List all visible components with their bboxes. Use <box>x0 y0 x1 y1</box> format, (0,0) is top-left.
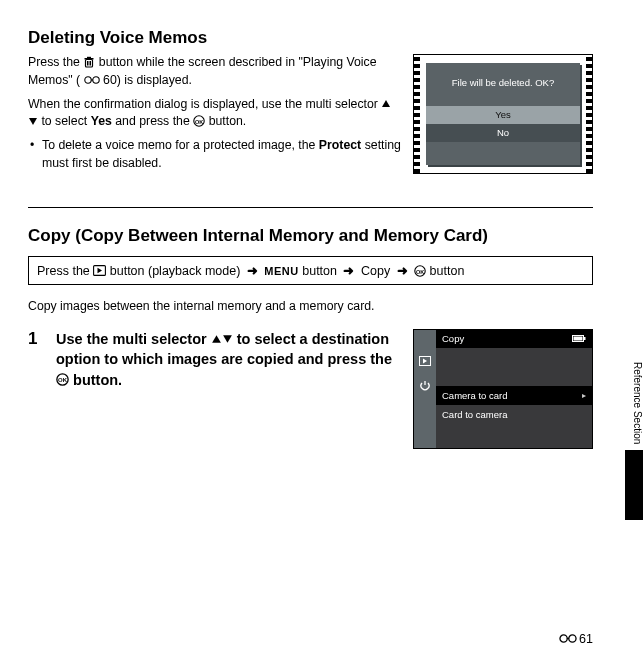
protect-word: Protect <box>319 138 361 152</box>
dialog-message: File will be deleted. OK? <box>426 63 580 106</box>
svg-point-6 <box>84 76 90 82</box>
svg-point-21 <box>569 634 576 641</box>
setup-tab-icon <box>419 378 431 390</box>
ref-icon <box>84 75 100 85</box>
svg-point-20 <box>560 634 567 641</box>
ok-icon: OK <box>56 373 69 386</box>
svg-rect-2 <box>87 57 91 59</box>
playback-icon <box>93 265 106 276</box>
play-tab-icon <box>419 352 431 364</box>
trash-icon <box>83 56 95 68</box>
menu-item-camera-to-card: Camera to card <box>442 386 507 405</box>
t: 60) is displayed. <box>103 73 192 87</box>
ok-icon: OK <box>414 265 426 277</box>
heading-deleting: Deleting Voice Memos <box>28 28 593 48</box>
t: To delete a voice memo for a protected i… <box>42 138 319 152</box>
t: Press the <box>37 264 93 278</box>
t: button. <box>73 372 122 388</box>
arrow-icon: ➜ <box>394 264 411 278</box>
yes-word: Yes <box>91 114 112 128</box>
arrow-icon: ➜ <box>340 264 357 278</box>
t: Press the <box>28 55 83 69</box>
t: to select <box>41 114 90 128</box>
svg-text:OK: OK <box>416 268 424 274</box>
copy-menu-screenshot: Copy Camera to card ▸ Card to camera <box>413 329 593 449</box>
menu-title: Copy <box>442 330 464 348</box>
svg-point-7 <box>92 76 98 82</box>
chevron-right-icon: ▸ <box>582 386 586 405</box>
up-icon <box>381 99 391 108</box>
battery-icon <box>572 330 586 348</box>
side-tab-block <box>625 450 643 520</box>
side-tab-label: Reference Section <box>623 280 643 450</box>
heading-copy: Copy (Copy Between Internal Memory and M… <box>28 226 593 246</box>
ref-icon <box>559 633 577 644</box>
section1-body: Press the button while the screen descri… <box>28 54 401 179</box>
side-tab: Reference Section <box>623 280 643 540</box>
up-icon <box>211 334 222 344</box>
t: button <box>302 264 340 278</box>
svg-text:OK: OK <box>195 119 203 125</box>
dialog-yes-button: Yes <box>426 106 580 124</box>
t: and press the <box>115 114 193 128</box>
copy-desc: Copy images between the internal memory … <box>28 299 593 313</box>
menu-item-card-to-camera: Card to camera <box>442 405 507 424</box>
menu-icon: MENU <box>264 265 298 277</box>
page-footer: 61 <box>559 632 593 646</box>
svg-rect-19 <box>574 336 583 340</box>
step-number: 1 <box>28 329 46 349</box>
down-icon <box>222 334 233 344</box>
t: button. <box>209 114 247 128</box>
delete-dialog-screenshot: File will be deleted. OK? Yes No <box>413 54 593 174</box>
page-number: 61 <box>579 632 593 646</box>
down-icon <box>28 117 38 126</box>
t: When the confirmation dialog is displaye… <box>28 97 381 111</box>
svg-text:OK: OK <box>58 377 68 383</box>
t: button (playback mode) <box>110 264 244 278</box>
svg-rect-18 <box>584 337 586 340</box>
divider <box>28 207 593 208</box>
t: Use the multi selector <box>56 331 211 347</box>
t: button <box>430 264 465 278</box>
t: Copy <box>361 264 394 278</box>
arrow-icon: ➜ <box>244 264 261 278</box>
dialog-no-button: No <box>426 124 580 142</box>
ok-icon: OK <box>193 115 205 127</box>
step-text: Use the multi selector to select a desti… <box>56 329 403 390</box>
nav-path-box: Press the button (playback mode) ➜ MENU … <box>28 256 593 285</box>
